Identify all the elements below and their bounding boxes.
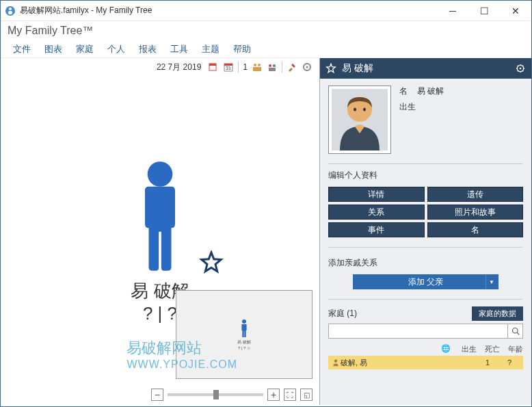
family-section: 家庭 (1) 家庭的数据 🌐 出生 死亡 年龄 破解, 易 1 ?: [320, 302, 531, 373]
zoom-controls: − + ⛶ ◱: [151, 389, 312, 401]
name-button[interactable]: 名: [427, 222, 524, 237]
photos-button[interactable]: 照片和故事: [427, 205, 524, 220]
menu-chart[interactable]: 图表: [38, 40, 69, 57]
app-icon: [5, 5, 16, 16]
name-value: 易 破解: [417, 86, 444, 97]
minimap[interactable]: 易 破解 ? | ? ☆: [176, 290, 312, 379]
search-input[interactable]: [328, 324, 508, 339]
edit-section-title: 编辑个人资料: [320, 167, 531, 184]
window-title: 易破解网站.familyx - My Family Tree: [20, 5, 437, 16]
people-icon[interactable]: [252, 62, 263, 73]
person-figure[interactable]: [122, 157, 198, 274]
gear-icon[interactable]: [302, 62, 312, 73]
menu-family[interactable]: 家庭: [69, 40, 101, 57]
birth-label: 出生: [399, 101, 416, 113]
chevron-down-icon[interactable]: ▼: [489, 279, 494, 285]
svg-point-1: [9, 8, 12, 10]
zoom-in-button[interactable]: +: [267, 389, 280, 401]
calendar-flag-icon[interactable]: [208, 62, 219, 73]
svg-line-26: [517, 332, 519, 334]
svg-point-13: [273, 64, 276, 67]
row-age: ?: [498, 358, 520, 367]
zoom-slider[interactable]: [168, 393, 263, 396]
search-button[interactable]: [508, 324, 523, 339]
svg-point-27: [334, 360, 338, 363]
svg-point-24: [363, 108, 366, 111]
toolbar-count: 1: [243, 62, 248, 72]
edit-buttons: 详情 遗传 关系 照片和故事 事件 名: [320, 184, 531, 244]
star-icon[interactable]: [199, 250, 224, 275]
relations-button[interactable]: 关系: [328, 205, 425, 220]
svg-rect-2: [8, 11, 12, 14]
family-data-button[interactable]: 家庭的数据: [472, 306, 523, 321]
svg-point-25: [512, 328, 518, 334]
svg-point-17: [148, 161, 173, 187]
titlebar: 易破解网站.familyx - My Family Tree ─ ☐ ✕: [1, 1, 531, 21]
col-death: 死亡: [485, 344, 500, 354]
panel-title: 易 破解: [342, 62, 373, 75]
panel-header: 易 破解: [320, 58, 531, 79]
col-age: 年龄: [508, 344, 523, 354]
tools-icon[interactable]: [287, 62, 297, 73]
minimap-person: 易 破解 ? | ? ☆: [237, 319, 251, 350]
heredity-button[interactable]: 遗传: [427, 187, 524, 202]
menu-tools[interactable]: 工具: [163, 40, 195, 57]
canvas-toolbar: 22 7月 2019 31 1: [1, 58, 319, 76]
person-dates: ? | ?: [143, 303, 177, 324]
col-birth: 出生: [462, 344, 477, 354]
menu-report[interactable]: 报表: [132, 40, 163, 57]
events-button[interactable]: 事件: [328, 222, 425, 237]
menu-theme[interactable]: 主题: [195, 40, 226, 57]
group-icon[interactable]: [267, 62, 278, 73]
canvas-pane: 22 7月 2019 31 1 易 破解 ? | ?: [1, 58, 319, 405]
calendar-icon[interactable]: 31: [223, 62, 234, 73]
family-title: 家庭 (1): [328, 308, 357, 319]
search-icon: [511, 327, 520, 335]
svg-rect-11: [257, 67, 261, 71]
close-button[interactable]: ✕: [500, 1, 531, 21]
profile-section: 名 易 破解 出生: [320, 79, 531, 161]
svg-point-12: [269, 64, 271, 67]
table-row[interactable]: 破解, 易 1 ?: [328, 356, 523, 369]
table-header: 🌐 出生 死亡 年龄: [328, 343, 523, 356]
star-icon[interactable]: [325, 63, 336, 74]
toolbar-date: 22 7月 2019: [157, 62, 201, 73]
svg-point-23: [354, 108, 356, 111]
svg-rect-4: [209, 64, 216, 66]
details-button[interactable]: 详情: [328, 187, 425, 202]
maximize-button[interactable]: ☐: [468, 1, 500, 21]
details-panel: 易 破解 名 易 破解: [319, 58, 531, 405]
svg-point-9: [258, 64, 261, 66]
add-father-button[interactable]: 添加 父亲 ▼: [353, 274, 498, 289]
row-name: 破解, 易: [341, 358, 455, 368]
menu-help[interactable]: 帮助: [226, 40, 258, 57]
zoom-out-button[interactable]: −: [151, 389, 163, 401]
minimize-button[interactable]: ─: [437, 1, 468, 21]
row-death: 1: [477, 358, 498, 367]
svg-point-16: [306, 66, 308, 68]
menubar: 文件 图表 家庭 个人 报表 工具 主题 帮助: [1, 40, 531, 58]
fit-button[interactable]: ⛶: [284, 389, 296, 401]
app-subtitle: My Family Tree™: [1, 21, 531, 40]
fullscreen-button[interactable]: ◱: [300, 389, 312, 401]
name-label: 名: [399, 86, 408, 97]
svg-point-18: [242, 319, 246, 324]
avatar[interactable]: [328, 86, 391, 154]
menu-person[interactable]: 个人: [101, 40, 132, 57]
svg-rect-10: [253, 67, 257, 71]
add-section-title: 添加亲戚关系: [328, 254, 523, 272]
svg-rect-14: [269, 68, 276, 71]
svg-text:31: 31: [226, 66, 231, 70]
gear-icon[interactable]: [515, 63, 526, 74]
menu-file[interactable]: 文件: [6, 40, 38, 57]
svg-point-8: [254, 64, 256, 66]
person-icon: [331, 358, 341, 367]
svg-point-20: [520, 68, 522, 70]
